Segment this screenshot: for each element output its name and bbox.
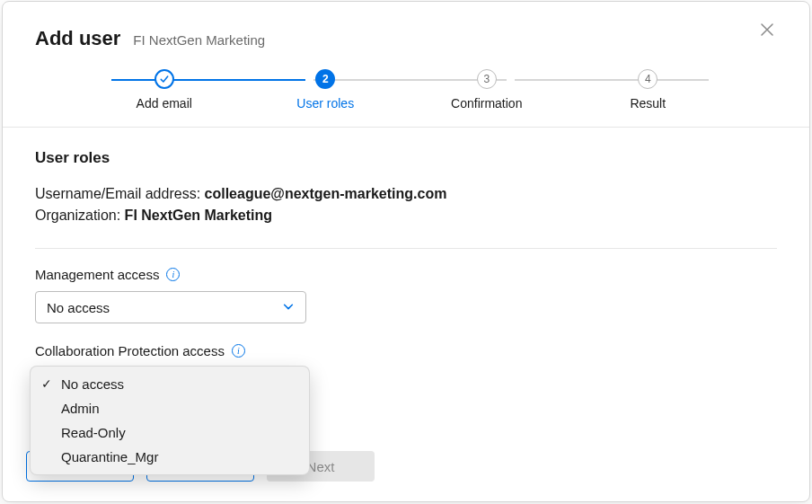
step-label: Add email xyxy=(137,96,192,111)
step-confirmation[interactable]: 3 Confirmation xyxy=(406,69,568,111)
check-icon xyxy=(154,69,174,89)
dropdown-option-admin[interactable]: Admin xyxy=(31,396,309,420)
step-label: User roles xyxy=(296,96,354,111)
management-access-select[interactable]: No access xyxy=(35,291,306,323)
chevron-down-icon xyxy=(282,300,295,315)
modal-subtitle: FI NextGen Marketing xyxy=(133,32,265,48)
management-access-field: Management access i No access xyxy=(35,267,777,323)
add-user-modal: Add user FI NextGen Marketing Add email … xyxy=(2,1,810,502)
organization-line: Organization: FI NextGen Marketing xyxy=(35,205,777,226)
step-user-roles[interactable]: 2 User roles xyxy=(245,69,407,111)
wizard-stepper: Add email 2 User roles 3 Confirmation 4 … xyxy=(3,64,809,127)
close-icon[interactable] xyxy=(757,19,777,42)
dropdown-option-read-only[interactable]: Read-Only xyxy=(31,420,309,445)
step-number: 3 xyxy=(477,69,497,89)
collab-access-label: Collaboration Protection access xyxy=(35,343,225,358)
collab-access-field: Collaboration Protection access i No acc… xyxy=(35,343,777,358)
modal-title-group: Add user FI NextGen Marketing xyxy=(35,27,265,50)
info-icon[interactable]: i xyxy=(232,344,245,358)
collab-access-dropdown: No access Admin Read-Only Quarantine_Mgr xyxy=(30,366,310,475)
organization-label: Organization: xyxy=(35,208,125,223)
dropdown-option-quarantine-mgr[interactable]: Quarantine_Mgr xyxy=(31,445,309,469)
info-icon[interactable]: i xyxy=(166,268,180,281)
step-number: 4 xyxy=(638,69,658,89)
username-label: Username/Email address: xyxy=(35,186,205,201)
dropdown-option-no-access[interactable]: No access xyxy=(31,372,309,396)
management-access-label: Management access xyxy=(35,267,159,282)
step-label: Result xyxy=(630,96,666,111)
modal-header: Add user FI NextGen Marketing xyxy=(3,2,809,64)
username-value: colleague@nextgen-marketing.com xyxy=(205,186,447,201)
step-label: Confirmation xyxy=(451,96,522,111)
organization-value: FI NextGen Marketing xyxy=(125,208,272,223)
modal-title: Add user xyxy=(35,27,120,50)
section-title: User roles xyxy=(35,149,777,167)
divider xyxy=(35,248,777,249)
username-line: Username/Email address: colleague@nextge… xyxy=(35,183,777,205)
management-access-value: No access xyxy=(47,300,110,315)
modal-content: User roles Username/Email address: colle… xyxy=(3,127,809,437)
step-result[interactable]: 4 Result xyxy=(568,69,729,111)
step-number: 2 xyxy=(315,69,335,89)
step-add-email[interactable]: Add email xyxy=(84,69,245,111)
